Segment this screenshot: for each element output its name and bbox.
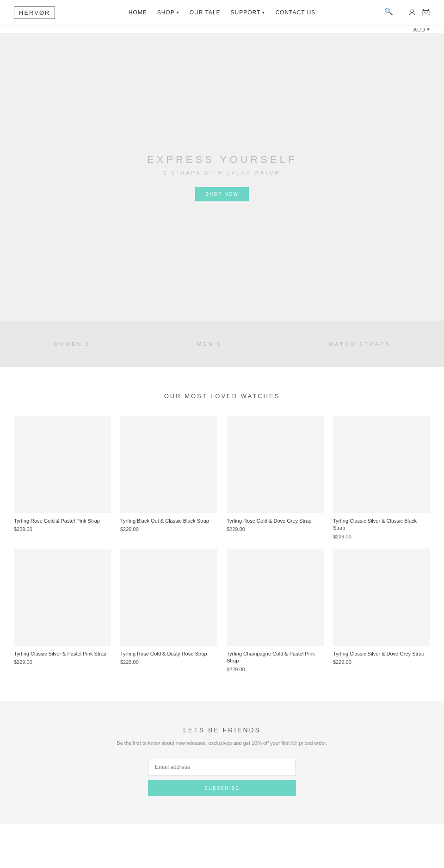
support-chevron-icon: ▾ bbox=[262, 10, 265, 15]
product-image bbox=[120, 416, 217, 513]
nav-support[interactable]: SUPPORT ▾ bbox=[231, 9, 265, 16]
hero-subtitle: 2 STRAPS WITH EVERY WATCH bbox=[164, 170, 280, 175]
product-name: Tyrfing Rose Gold & Pastel Pink Strap bbox=[14, 518, 111, 525]
product-card[interactable]: Tyrfing Rose Gold & Dove Grey Strap $229… bbox=[227, 416, 324, 539]
product-name: Tyrfing Black Out & Classic Black Strap bbox=[120, 518, 217, 525]
nav-contact-us[interactable]: CONTACT US bbox=[275, 9, 315, 16]
product-name: Tyrfing Rose Gold & Dusty Rose Strap bbox=[120, 650, 217, 657]
email-input[interactable] bbox=[148, 759, 296, 775]
person-icon bbox=[408, 8, 416, 17]
search-button[interactable]: 🔍 bbox=[384, 7, 393, 16]
product-card[interactable]: Tyrfing Champagne Gold & Pastel Pink Str… bbox=[227, 549, 324, 672]
shop-now-button[interactable]: SHOP NOW bbox=[195, 187, 248, 201]
cart-icon bbox=[422, 8, 430, 17]
header-right: 🔍 bbox=[408, 8, 430, 17]
products-grid-top: Tyrfing Rose Gold & Pastel Pink Strap $2… bbox=[14, 416, 430, 672]
products-section: OUR MOST LOVED WATCHES Tyrfing Rose Gold… bbox=[0, 367, 444, 701]
product-card[interactable]: Tyrfing Rose Gold & Dusty Rose Strap $22… bbox=[120, 549, 217, 672]
product-price: $229.00 bbox=[333, 659, 430, 665]
hero-title: EXPRESS YOURSELF bbox=[147, 154, 297, 166]
product-price: $229.00 bbox=[120, 659, 217, 665]
subscribe-button[interactable]: SUBSCRIBE bbox=[148, 780, 296, 796]
product-price: $229.00 bbox=[14, 526, 111, 532]
product-card[interactable]: Tyrfing Black Out & Classic Black Strap … bbox=[120, 416, 217, 539]
product-image bbox=[14, 549, 111, 646]
category-strip: WOMEN'S MEN'S WATCH STRAPS bbox=[0, 321, 444, 367]
product-image bbox=[120, 549, 217, 646]
currency-selector[interactable]: AUD ▾ bbox=[413, 26, 430, 32]
nav-shop[interactable]: SHOP ▾ bbox=[157, 9, 179, 16]
newsletter-subtitle: Be the first to know about new releases,… bbox=[14, 739, 430, 748]
category-mens[interactable]: MEN'S bbox=[197, 341, 222, 347]
product-card[interactable]: Tyrfing Classic Silver & Dove Grey Strap… bbox=[333, 549, 430, 672]
product-card[interactable]: Tyrfing Classic Silver & Classic Black S… bbox=[333, 416, 430, 539]
product-card[interactable]: Tyrfing Classic Silver & Pastel Pink Str… bbox=[14, 549, 111, 672]
products-section-title: OUR MOST LOVED WATCHES bbox=[14, 393, 430, 400]
logo[interactable]: HERVØR bbox=[14, 6, 55, 19]
product-name: Tyrfing Classic Silver & Classic Black S… bbox=[333, 518, 430, 532]
product-price: $229.00 bbox=[14, 659, 111, 665]
product-image bbox=[227, 549, 324, 646]
product-name: Tyrfing Champagne Gold & Pastel Pink Str… bbox=[227, 650, 324, 665]
currency-chevron-icon: ▾ bbox=[427, 26, 430, 32]
currency-label: AUD bbox=[413, 27, 426, 32]
product-name: Tyrfing Classic Silver & Dove Grey Strap bbox=[333, 650, 430, 657]
product-image bbox=[14, 416, 111, 513]
product-price: $229.00 bbox=[227, 526, 324, 532]
product-card[interactable]: Tyrfing Rose Gold & Pastel Pink Strap $2… bbox=[14, 416, 111, 539]
account-button[interactable] bbox=[408, 8, 416, 17]
header: HERVØR HOME SHOP ▾ OUR TALE SUPPORT ▾ CO… bbox=[0, 0, 444, 25]
category-womens[interactable]: WOMEN'S bbox=[53, 341, 91, 347]
product-image bbox=[333, 416, 430, 513]
newsletter-form: SUBSCRIBE bbox=[148, 759, 296, 796]
cart-button[interactable] bbox=[422, 8, 430, 17]
product-image bbox=[333, 549, 430, 646]
main-nav: HOME SHOP ▾ OUR TALE SUPPORT ▾ CONTACT U… bbox=[129, 9, 316, 16]
newsletter-section: LETS BE FRIENDS Be the first to know abo… bbox=[0, 701, 444, 824]
product-image bbox=[227, 416, 324, 513]
svg-point-0 bbox=[411, 10, 413, 12]
hero-section: EXPRESS YOURSELF 2 STRAPS WITH EVERY WAT… bbox=[0, 34, 444, 321]
newsletter-title: LETS BE FRIENDS bbox=[14, 726, 430, 734]
nav-our-tale[interactable]: OUR TALE bbox=[190, 9, 221, 16]
product-name: Tyrfing Rose Gold & Dove Grey Strap bbox=[227, 518, 324, 525]
product-price: $229.00 bbox=[227, 667, 324, 672]
product-price: $229.00 bbox=[120, 526, 217, 532]
category-watch-straps[interactable]: WATCH STRAPS bbox=[329, 341, 391, 347]
product-name: Tyrfing Classic Silver & Pastel Pink Str… bbox=[14, 650, 111, 657]
currency-bar: AUD ▾ bbox=[0, 25, 444, 34]
nav-home[interactable]: HOME bbox=[129, 9, 147, 16]
product-price: $229.00 bbox=[333, 534, 430, 539]
shop-chevron-icon: ▾ bbox=[177, 10, 179, 15]
